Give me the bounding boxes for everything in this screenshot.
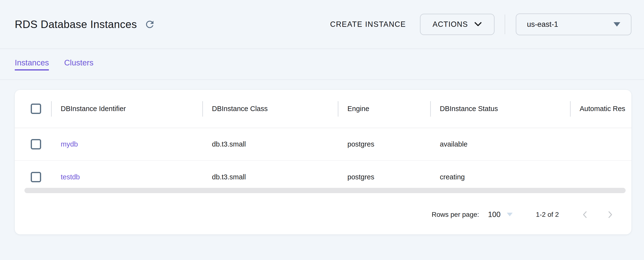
instance-identifier-link[interactable]: mydb xyxy=(61,140,78,148)
page: RDS Database Instances CREATE INSTANCE A… xyxy=(0,0,644,260)
pagination: Rows per page: 100 1-2 of 2 xyxy=(15,195,632,234)
horizontal-scrollbar[interactable] xyxy=(24,188,626,193)
column-header-engine: Engine xyxy=(348,105,369,113)
column-divider xyxy=(202,101,203,117)
chevron-right-icon xyxy=(606,210,614,219)
rows-per-page-label: Rows per page: xyxy=(432,211,479,219)
column-header-dbinstance-status: DBInstance Status xyxy=(440,105,498,113)
actions-button[interactable]: ACTIONS xyxy=(420,14,494,35)
column-divider xyxy=(570,101,571,117)
tab-clusters[interactable]: Clusters xyxy=(64,58,94,71)
cell-dbinstance-status: available xyxy=(430,128,570,160)
refresh-button[interactable] xyxy=(144,19,155,30)
previous-page-button[interactable] xyxy=(579,208,591,221)
instance-identifier-link[interactable]: testdb xyxy=(61,173,80,181)
actions-button-label: ACTIONS xyxy=(432,20,468,29)
page-title: RDS Database Instances xyxy=(15,18,137,30)
topbar: RDS Database Instances CREATE INSTANCE A… xyxy=(0,0,644,49)
rows-per-page-value: 100 xyxy=(488,210,500,219)
pagination-range: 1-2 of 2 xyxy=(536,211,559,219)
table-header-row: DBInstance Identifier DBInstance Class E… xyxy=(15,90,632,128)
column-divider xyxy=(51,101,52,117)
cell-engine: postgres xyxy=(338,128,430,160)
chevron-left-icon xyxy=(580,210,589,219)
row-checkbox[interactable] xyxy=(31,172,41,182)
table-row: mydb db.t3.small postgres available xyxy=(15,128,632,160)
column-divider xyxy=(430,101,431,117)
cell-dbinstance-class: db.t3.small xyxy=(202,128,338,160)
table-scroll-area: DBInstance Identifier DBInstance Class E… xyxy=(15,90,632,194)
column-header-dbinstance-class: DBInstance Class xyxy=(212,105,268,113)
instances-table: DBInstance Identifier DBInstance Class E… xyxy=(15,90,632,193)
create-instance-button[interactable]: CREATE INSTANCE xyxy=(330,20,406,29)
instances-table-card: DBInstance Identifier DBInstance Class E… xyxy=(15,90,632,234)
region-select[interactable]: us-east-1 xyxy=(516,13,632,35)
chevron-down-icon xyxy=(474,22,482,27)
next-page-button[interactable] xyxy=(604,208,616,221)
column-header-automatic-restart: Automatic Res xyxy=(580,105,625,113)
refresh-icon xyxy=(144,19,155,30)
select-all-checkbox[interactable] xyxy=(31,104,41,114)
dropdown-arrow-icon xyxy=(507,213,513,216)
topbar-actions: CREATE INSTANCE ACTIONS us-east-1 xyxy=(330,13,632,35)
region-select-value: us-east-1 xyxy=(527,20,558,29)
row-checkbox[interactable] xyxy=(31,139,41,149)
tab-instances[interactable]: Instances xyxy=(15,58,49,71)
rows-per-page-select[interactable]: 100 xyxy=(488,210,513,219)
main-content: DBInstance Identifier DBInstance Class E… xyxy=(0,80,644,234)
dropdown-arrow-icon xyxy=(614,22,620,26)
toolbar-divider xyxy=(505,14,505,34)
column-header-dbinstance-identifier: DBInstance Identifier xyxy=(61,105,126,113)
tabs: Instances Clusters xyxy=(0,49,644,80)
column-divider xyxy=(338,101,338,117)
